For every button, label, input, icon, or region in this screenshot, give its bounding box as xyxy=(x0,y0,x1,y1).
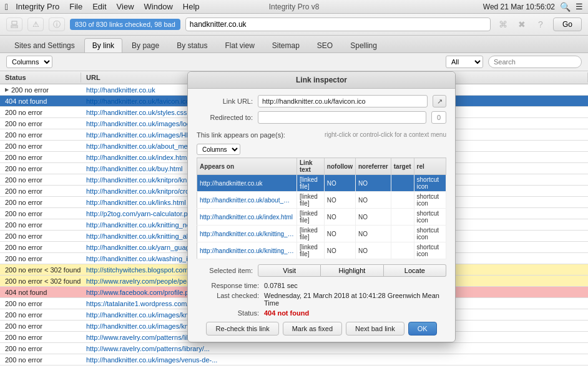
tab-spelling[interactable]: Spelling xyxy=(342,38,385,52)
link-url-row: Link URL: http://handknitter.co.uk/favic… xyxy=(197,95,446,107)
highlight-button[interactable]: Highlight xyxy=(321,264,383,277)
last-checked-label: Last checked: xyxy=(197,292,259,299)
stop-button[interactable]: ✖ xyxy=(514,17,529,31)
td-status: 200 no error xyxy=(0,344,81,353)
ok-button[interactable]: OK xyxy=(408,322,437,336)
td-status: 200 no error xyxy=(0,322,81,331)
sub-td-3: NO xyxy=(355,226,391,242)
td-status: 200 no error xyxy=(0,131,81,139)
spotlight-icon[interactable]: 🔍 xyxy=(560,2,571,12)
tab-by-link[interactable]: By link xyxy=(84,38,122,52)
tab-sitemap[interactable]: Sitemap xyxy=(264,38,308,52)
sub-td-5: shortcut icon xyxy=(414,226,446,242)
link-url-value: http://handknitter.co.uk/favicon.ico xyxy=(258,95,428,107)
menu-bar[interactable]: Integrity Pro File Edit View Window Help xyxy=(16,2,199,11)
toolbar-right-icons: ⌘ ✖ ? xyxy=(496,17,548,31)
filter-row: Columns All xyxy=(0,53,588,71)
td-status: 200 no error xyxy=(0,119,81,128)
sub-td-4 xyxy=(391,242,414,259)
td-linktext xyxy=(368,348,588,349)
inspector-body: Link URL: http://handknitter.co.uk/favic… xyxy=(188,89,455,342)
sub-table: Appears on Link text nofollow noreferrer… xyxy=(197,157,446,259)
sub-td-3: NO xyxy=(355,209,391,226)
menu-window[interactable]: Window xyxy=(144,2,173,11)
sub-td-1: [linked file] xyxy=(297,226,325,242)
sub-table-row[interactable]: http://handknitter.co.uk/knitting_needle… xyxy=(197,226,446,242)
sub-th-target: target xyxy=(391,158,414,175)
columns-select[interactable]: Columns xyxy=(6,56,52,68)
tab-seo[interactable]: SEO xyxy=(309,38,341,52)
inspector-titlebar: Link inspector xyxy=(188,72,455,89)
info-button[interactable]: ⓘ xyxy=(49,17,65,31)
status-row: Status: 404 not found xyxy=(197,309,446,317)
menu-view[interactable]: View xyxy=(117,2,134,11)
sub-td-5: shortcut icon xyxy=(414,192,446,209)
sub-columns-select[interactable]: Columns xyxy=(197,144,240,155)
sub-td-1: [linked file] xyxy=(297,242,325,259)
tab-by-status[interactable]: By status xyxy=(169,38,215,52)
help-button[interactable]: ? xyxy=(533,17,548,31)
link-url-arrow-button[interactable]: ↗ xyxy=(433,95,446,107)
menu-edit[interactable]: Edit xyxy=(92,2,106,11)
warning-button[interactable]: ⚠ xyxy=(27,17,44,31)
menu-integrity-pro[interactable]: Integrity Pro xyxy=(16,2,59,11)
sub-td-2: NO xyxy=(324,226,355,242)
datetime-display: Wed 21 Mar 10:56:02 xyxy=(483,2,555,11)
td-appears xyxy=(231,348,368,349)
td-status: 200 no error xyxy=(0,232,81,241)
titlebar:  Integrity Pro File Edit View Window He… xyxy=(0,0,588,14)
triangle-icon: ▶ xyxy=(5,87,9,92)
td-status: 200 no error xyxy=(0,209,81,218)
sub-td-0: http://handknitter.co.uk xyxy=(197,175,297,192)
table-row[interactable]: 200 no errorhttp://handknitter.co.uk/ima… xyxy=(0,354,588,366)
tab-sites-settings[interactable]: Sites and Settings xyxy=(6,38,83,52)
recheck-button[interactable]: Re-check this link xyxy=(206,322,278,336)
td-status: 200 no error xyxy=(0,164,81,173)
print-button[interactable] xyxy=(6,17,22,31)
sub-td-3: NO xyxy=(355,175,391,192)
redirected-to-label: Redirected to: xyxy=(197,114,253,121)
table-row[interactable]: 200 no errorhttp://www.ravelry.com/patte… xyxy=(0,343,588,354)
response-time-label: Response time: xyxy=(197,282,259,289)
url-input[interactable] xyxy=(185,17,491,31)
sub-td-5: shortcut icon xyxy=(414,242,446,259)
visit-button[interactable]: Visit xyxy=(258,264,321,277)
sub-table-row[interactable]: http://handknitter.co.uk/knitting_abbrev… xyxy=(197,242,446,259)
redirected-to-value xyxy=(258,111,426,124)
all-select[interactable]: All xyxy=(446,56,483,68)
response-time-value: 0.0781 sec xyxy=(264,282,446,289)
sub-td-5: shortcut icon xyxy=(414,209,446,226)
sub-table-row[interactable]: http://handknitter.co.uk/index.html[link… xyxy=(197,209,446,226)
sub-th-linktext: Link text xyxy=(297,158,325,175)
locate-button[interactable]: Locate xyxy=(384,264,446,277)
sub-table-row[interactable]: http://handknitter.co.uk/about_me.html[l… xyxy=(197,192,446,209)
go-button[interactable]: Go xyxy=(553,17,582,31)
sub-toolbar: Columns xyxy=(197,144,446,155)
tab-row: Sites and Settings By link By page By st… xyxy=(0,36,588,53)
menu-file[interactable]: File xyxy=(69,2,82,11)
td-status: ▶200 no error xyxy=(0,86,81,94)
selected-item-row: Selected item: Visit Highlight Locate xyxy=(197,264,446,277)
tab-by-page[interactable]: By page xyxy=(124,38,167,52)
main-content: Status URL Appears on Link text ▶200 no … xyxy=(0,71,588,368)
mark-as-fixed-button[interactable]: Mark as fixed xyxy=(283,322,342,336)
notification-icon[interactable]: ☰ xyxy=(576,2,583,11)
td-status: 404 not found xyxy=(0,97,81,106)
sub-td-4 xyxy=(391,226,414,242)
next-bad-link-button[interactable]: Next bad link xyxy=(346,322,404,336)
menu-help[interactable]: Help xyxy=(183,2,200,11)
td-status: 200 no error xyxy=(0,198,81,207)
sub-td-1: [linked file] xyxy=(297,192,325,209)
window-title: Integrity Pro v8 xyxy=(269,2,320,11)
tab-flat-view[interactable]: Flat view xyxy=(217,38,262,52)
sub-table-row[interactable]: http://handknitter.co.uk[linked file]NON… xyxy=(197,175,446,192)
inspector-title: Link inspector xyxy=(296,76,347,84)
td-status: 200 no error < 302 found xyxy=(0,277,81,286)
selected-item-label: Selected item: xyxy=(197,267,253,274)
td-url: http://handknitter.co.uk/images/venus-de… xyxy=(81,356,231,364)
table-row[interactable]: 200 no errorhttp://handknitter.co.uk/ima… xyxy=(0,366,588,368)
sub-td-2: NO xyxy=(324,209,355,226)
search-input[interactable] xyxy=(488,56,582,68)
status-label: Status: xyxy=(197,309,259,317)
redirected-to-row: Redirected to: 0 xyxy=(197,111,446,124)
